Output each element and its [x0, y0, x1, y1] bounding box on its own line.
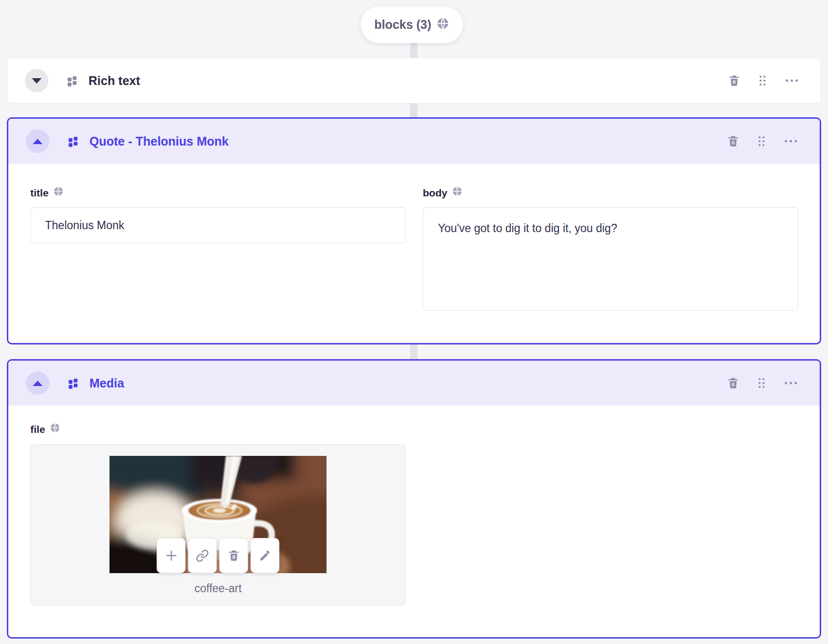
block-title: Media [89, 376, 124, 390]
blocks-grid-icon [66, 75, 78, 86]
globe-icon [50, 422, 60, 437]
trash-icon[interactable] [727, 135, 740, 148]
collapse-chevron-down-icon [32, 78, 42, 84]
collapse-chevron-up-icon [33, 381, 43, 386]
block-title: Rich text [88, 74, 140, 88]
file-upload-card: coffee-art [30, 444, 406, 605]
field-title: title [30, 186, 406, 313]
field-label-text: title [30, 186, 48, 200]
plus-icon[interactable] [157, 538, 186, 573]
block-actions [727, 135, 798, 148]
trash-icon[interactable] [728, 74, 741, 87]
block-quote: Quote - Thelonius Monk title [7, 117, 821, 344]
field-label: title [30, 186, 406, 200]
block-rich-text: Rich text [7, 58, 821, 104]
block-header: Rich text [7, 58, 821, 103]
trash-icon[interactable] [727, 377, 740, 389]
blocks-count-label: blocks (3) [374, 18, 432, 32]
blocks-editor: blocks (3) Rich text [0, 0, 828, 644]
block-header: Quote - Thelonius Monk [8, 119, 820, 164]
field-label-text: file [30, 422, 45, 437]
title-input[interactable] [30, 207, 406, 243]
collapse-toggle-button[interactable] [25, 69, 48, 92]
pencil-icon[interactable] [251, 538, 280, 573]
ellipsis-icon[interactable] [784, 74, 799, 87]
block-actions [728, 74, 799, 87]
globe-icon [452, 186, 462, 200]
blocks-count-pill: blocks (3) [361, 6, 463, 43]
drag-handle-icon[interactable] [756, 135, 767, 148]
block-header: Media [8, 361, 820, 406]
block-fields: file [8, 406, 820, 605]
trash-icon[interactable] [219, 538, 248, 573]
block-fields: title body You've got to dig it to dig i… [8, 164, 820, 313]
collapse-chevron-up-icon [33, 139, 43, 144]
field-label: body [423, 186, 798, 200]
body-textarea[interactable]: You've got to dig it to dig it, you dig? [423, 207, 798, 311]
block-media: Media file [7, 359, 821, 639]
link-icon[interactable] [188, 538, 217, 573]
field-label: file [30, 422, 798, 437]
collapse-toggle-button[interactable] [26, 371, 49, 395]
collapse-toggle-button[interactable] [26, 129, 49, 153]
block-title: Quote - Thelonius Monk [89, 134, 229, 149]
block-actions [727, 377, 798, 389]
ellipsis-icon[interactable] [784, 135, 798, 148]
drag-handle-icon[interactable] [756, 377, 767, 389]
field-label-text: body [423, 186, 447, 200]
media-filename: coffee-art [31, 581, 405, 596]
globe-icon [436, 17, 449, 33]
globe-icon [53, 186, 64, 200]
media-action-buttons [157, 538, 280, 573]
ellipsis-icon[interactable] [784, 377, 798, 389]
blocks-grid-icon [67, 136, 79, 147]
field-body: body You've got to dig it to dig it, you… [423, 186, 798, 313]
drag-handle-icon[interactable] [757, 74, 768, 87]
blocks-grid-icon [67, 378, 79, 389]
